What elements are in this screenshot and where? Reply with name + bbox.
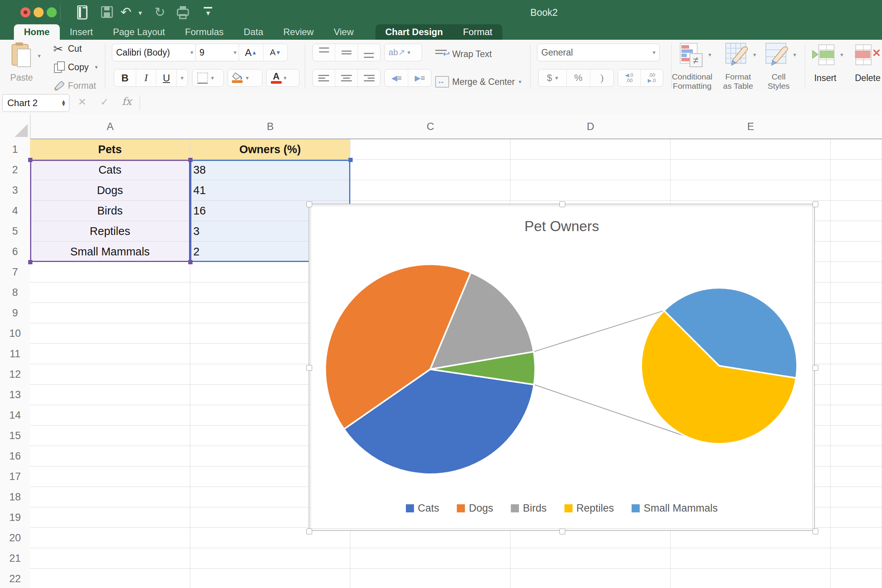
cell-F15[interactable]	[831, 426, 882, 446]
customize-toolbar-arrow-icon[interactable]: ▼	[205, 10, 211, 17]
row-header-16[interactable]: 16	[0, 446, 30, 467]
format-as-table-icon[interactable]	[725, 43, 751, 68]
number-format-select[interactable]: General▾	[537, 44, 660, 61]
print-icon[interactable]	[176, 5, 190, 19]
pie-of-pie-plot[interactable]	[309, 204, 816, 532]
legend-item-dogs[interactable]: Dogs	[457, 502, 493, 514]
tab-formulas[interactable]: Formulas	[175, 24, 234, 40]
range-handle[interactable]	[348, 158, 353, 162]
cell-F9[interactable]	[831, 303, 882, 323]
cell-A20[interactable]	[30, 528, 190, 548]
chart-legend[interactable]: CatsDogsBirdsReptilesSmall Mammals	[309, 502, 814, 514]
customize-toolbar-icon[interactable]	[204, 7, 212, 8]
font-name-select[interactable]: Calibri (Body)▾	[112, 44, 198, 61]
cell-C3[interactable]	[350, 180, 510, 201]
chart-resize-handle[interactable]	[559, 201, 565, 207]
redo-icon[interactable]: ↻	[154, 5, 166, 19]
row-header-5[interactable]: 5	[0, 221, 30, 242]
borders-menu-caret[interactable]: ▾	[211, 74, 214, 81]
cell-D1[interactable]	[510, 139, 671, 160]
orientation-menu-caret[interactable]: ▾	[407, 49, 411, 56]
chart-title[interactable]: Pet Owners	[309, 218, 814, 235]
cell-F7[interactable]	[831, 262, 882, 282]
row-header-7[interactable]: 7	[0, 262, 30, 283]
row-header-6[interactable]: 6	[0, 242, 30, 262]
row-header-10[interactable]: 10	[0, 323, 30, 344]
italic-button[interactable]: I	[136, 69, 157, 86]
legend-item-birds[interactable]: Birds	[511, 502, 547, 514]
decrease-indent-button[interactable]: ◀≡	[385, 69, 408, 86]
merge-center-label[interactable]: Merge & Center	[452, 77, 515, 87]
row-header-20[interactable]: 20	[0, 528, 30, 549]
cell-F5[interactable]	[831, 221, 882, 242]
tab-view[interactable]: View	[324, 24, 364, 40]
underline-menu-caret[interactable]: ▾	[177, 69, 188, 86]
cell-F3[interactable]	[831, 180, 882, 201]
cell-B21[interactable]	[190, 548, 350, 569]
range-handle[interactable]	[28, 260, 32, 264]
save-icon[interactable]	[101, 6, 113, 19]
format-as-table-caret[interactable]: ▾	[753, 51, 756, 58]
cell-A14[interactable]	[30, 405, 190, 426]
align-left-button[interactable]	[313, 69, 335, 86]
row-header-13[interactable]: 13	[0, 385, 30, 406]
column-header-b[interactable]: B	[190, 114, 351, 139]
cell-A17[interactable]	[30, 466, 190, 487]
underline-button[interactable]: U	[156, 69, 177, 86]
cell-E21[interactable]	[671, 548, 831, 569]
row-header-2[interactable]: 2	[0, 160, 30, 181]
cell-C1[interactable]	[350, 139, 510, 160]
cell-D21[interactable]	[510, 548, 671, 569]
chart-resize-handle[interactable]	[813, 529, 818, 534]
row-header-11[interactable]: 11	[0, 344, 30, 365]
row-header-3[interactable]: 3	[0, 180, 30, 201]
cell-F1[interactable]	[831, 139, 882, 160]
cell-A16[interactable]	[30, 446, 190, 466]
chart-resize-handle[interactable]	[306, 201, 312, 207]
row-header-18[interactable]: 18	[0, 487, 30, 508]
cell-F19[interactable]	[831, 507, 882, 528]
cell-F6[interactable]	[831, 242, 882, 262]
cell-F2[interactable]	[831, 160, 882, 180]
cell-A12[interactable]	[30, 364, 190, 385]
legend-item-cats[interactable]: Cats	[406, 502, 439, 514]
cell-E1[interactable]	[671, 139, 831, 160]
tab-home[interactable]: Home	[14, 24, 60, 40]
cancel-icon[interactable]: ✕	[78, 96, 86, 108]
row-header-19[interactable]: 19	[0, 507, 30, 528]
paste-menu-caret[interactable]: ▾	[38, 52, 41, 59]
paste-icon[interactable]	[12, 42, 32, 66]
range-handle[interactable]	[28, 158, 32, 162]
percent-style-button[interactable]: %	[567, 69, 590, 86]
format-as-table-label[interactable]: Formatas Table	[716, 72, 760, 91]
cell-A8[interactable]	[30, 282, 190, 303]
conditional-formatting-label[interactable]: ConditionalFormatting	[669, 72, 715, 91]
copy-menu-caret[interactable]: ▾	[95, 64, 98, 71]
cell-A9[interactable]	[30, 303, 190, 323]
chart-resize-handle[interactable]	[306, 529, 312, 534]
align-center-button[interactable]	[335, 69, 358, 86]
align-top-button[interactable]	[313, 44, 335, 61]
increase-font-button[interactable]: A▲	[239, 44, 264, 61]
insert-cells-icon[interactable]	[812, 44, 836, 66]
copy-label[interactable]: Copy	[68, 62, 89, 73]
legend-item-reptiles[interactable]: Reptiles	[564, 502, 614, 514]
undo-icon[interactable]: ↶	[120, 5, 132, 19]
formula-input[interactable]	[145, 92, 882, 114]
tab-format[interactable]: Format	[453, 24, 502, 40]
tab-review[interactable]: Review	[273, 24, 324, 40]
row-header-12[interactable]: 12	[0, 364, 30, 385]
undo-menu-icon[interactable]: ▼	[137, 10, 143, 16]
range-handle[interactable]	[188, 260, 193, 264]
cell-F4[interactable]	[831, 201, 882, 221]
increase-decimal-button[interactable]: .00▶.0	[641, 69, 663, 86]
cell-styles-icon[interactable]	[765, 43, 791, 68]
row-header-1[interactable]: 1	[0, 139, 30, 160]
format-painter-label[interactable]: Format	[68, 81, 96, 91]
tab-data[interactable]: Data	[234, 24, 274, 40]
cell-A18[interactable]	[30, 487, 190, 507]
align-middle-button[interactable]	[335, 44, 358, 61]
font-color-menu-caret[interactable]: ▾	[284, 74, 287, 81]
row-header-15[interactable]: 15	[0, 426, 30, 446]
fill-color-button[interactable]: ▾	[228, 69, 262, 87]
